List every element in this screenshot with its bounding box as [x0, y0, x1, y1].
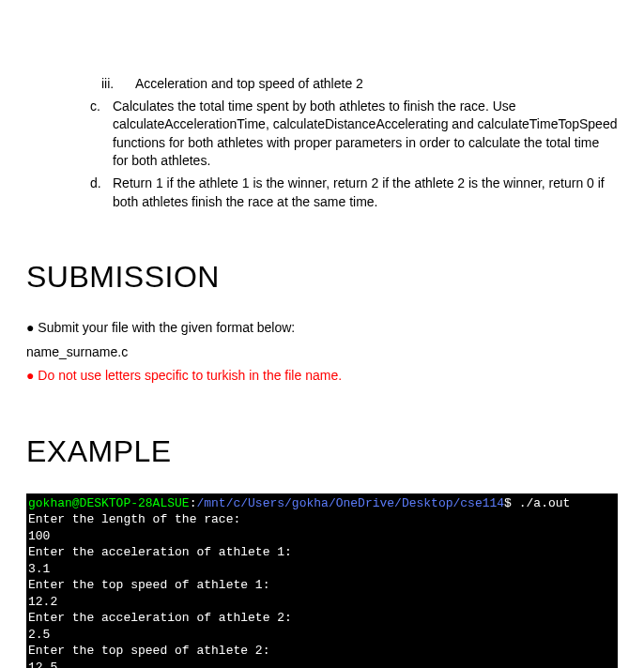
list-marker: c.	[90, 98, 109, 116]
example-heading: EXAMPLE	[26, 431, 618, 473]
terminal-line: 3.1	[28, 561, 616, 578]
terminal-line: Enter the top speed of athlete 1:	[28, 577, 616, 594]
terminal-dollar: $	[504, 496, 512, 510]
terminal-line: 2.5	[28, 627, 616, 644]
terminal-line: Enter the top speed of athlete 2:	[28, 643, 616, 660]
list-item-text: Return 1 if the athlete 1 is the winner,…	[113, 175, 605, 209]
terminal-output: gokhan@DESKTOP-28ALSUE:/mnt/c/Users/gokh…	[26, 493, 618, 668]
terminal-line: Enter the acceleration of athlete 1:	[28, 544, 616, 561]
submission-body: ● Submit your file with the given format…	[26, 319, 618, 386]
terminal-prompt-line: gokhan@DESKTOP-28ALSUE:/mnt/c/Users/gokh…	[28, 495, 616, 512]
document-content: iii. Acceleration and top speed of athle…	[0, 75, 644, 668]
submission-bullet: ● Submit your file with the given format…	[26, 319, 618, 338]
list-marker: iii.	[101, 75, 130, 94]
list-marker: d.	[90, 175, 109, 193]
list-item-iii: iii. Acceleration and top speed of athle…	[90, 75, 618, 94]
submission-heading: SUBMISSION	[26, 256, 618, 298]
terminal-command: ./a.out	[512, 496, 570, 510]
terminal-line: 12.2	[28, 594, 616, 611]
list-item-text: Calculates the total time spent by both …	[113, 99, 617, 169]
submission-warning: ● Do not use letters specific to turkish…	[26, 367, 618, 386]
list-item-d: d. Return 1 if the athlete 1 is the winn…	[90, 175, 618, 211]
terminal-line: Enter the acceleration of athlete 2:	[28, 610, 616, 627]
list-item-text: Acceleration and top speed of athlete 2	[135, 76, 363, 91]
submission-filename: name_surname.c	[26, 343, 618, 362]
terminal-user: gokhan@DESKTOP-28ALSUE	[28, 496, 190, 510]
terminal-path: /mnt/c/Users/gokha/OneDrive/Desktop/cse1…	[196, 496, 504, 510]
instruction-list: iii. Acceleration and top speed of athle…	[26, 75, 618, 211]
terminal-line: Enter the length of the race:	[28, 511, 616, 528]
terminal-line: 12.5	[28, 660, 616, 668]
terminal-line: 100	[28, 528, 616, 545]
list-item-c: c. Calculates the total time spent by bo…	[90, 98, 618, 171]
